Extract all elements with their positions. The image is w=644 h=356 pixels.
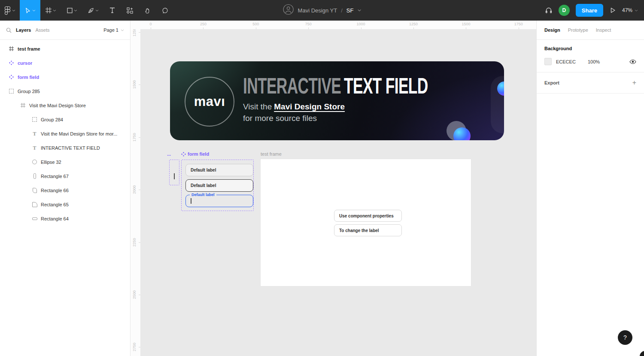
ruler-top: 02505007501000125015001750 — [130, 21, 537, 29]
banner-title: INTERACTIVETEXT FIELD — [243, 74, 428, 97]
ruler-tick — [139, 32, 140, 33]
layer-row[interactable]: form field — [0, 70, 130, 84]
store-link[interactable]: Mavi Design Store — [274, 102, 345, 111]
add-export-icon[interactable]: + — [632, 79, 636, 86]
chevron-down-icon — [53, 9, 56, 12]
comment-icon — [162, 7, 168, 14]
layer-name: Visit the Mavi Design Store for mor... — [41, 131, 117, 136]
layer-row[interactable]: TVisit the Mavi Design Store for mor... — [0, 127, 130, 141]
component-icon — [9, 75, 14, 79]
tab-prototype[interactable]: Prototype — [568, 27, 588, 33]
visibility-eye-icon[interactable] — [629, 59, 636, 64]
form-field-active-variant[interactable]: Default label — [185, 179, 253, 192]
layer-name: Visit the Mavi Design Store — [29, 103, 86, 108]
zoom-control[interactable]: 47% — [622, 7, 638, 13]
field-label: Default label — [191, 168, 216, 172]
left-sidebar: Layers Assets Page 1 test framecursorfor… — [0, 21, 131, 356]
layer-row[interactable]: Group 284 — [0, 112, 130, 127]
shape-tool-button[interactable] — [61, 0, 82, 21]
layer-row[interactable]: Visit the Mavi Design Store — [0, 98, 130, 112]
ruler-tick — [139, 295, 140, 295]
comment-tool-button[interactable] — [156, 0, 174, 21]
test-frame[interactable]: Use component properties To change the l… — [261, 159, 471, 286]
test-frame-field-1[interactable]: Use component properties — [334, 210, 402, 222]
tool-group — [0, 0, 174, 21]
layer-row[interactable]: TINTERACTIVE TEXT FIELD — [0, 141, 130, 155]
search-icon[interactable] — [6, 27, 12, 33]
layer-row[interactable]: Group 285 — [0, 84, 130, 98]
tab-assets[interactable]: Assets — [35, 27, 49, 33]
layer-name: Group 284 — [41, 117, 63, 122]
zoom-level: 47% — [622, 7, 632, 13]
chevron-down-icon — [74, 9, 77, 12]
cursor-component[interactable] — [169, 160, 179, 185]
background-section-title: Background — [544, 46, 636, 51]
ruler-tick — [256, 27, 256, 29]
layer-row[interactable]: Rectangle 65 — [0, 197, 130, 211]
color-swatch[interactable] — [544, 58, 552, 65]
ruler-tick-label: 1000 — [357, 22, 365, 26]
test-frame-field-2[interactable]: To change the label — [334, 224, 402, 236]
ruler-tick-label: 1750 — [132, 133, 137, 142]
form-field-default-variant[interactable]: Default label — [185, 164, 253, 176]
test-frame-label[interactable]: test frame — [261, 151, 282, 157]
ruler-tick-label: 2750 — [132, 343, 137, 351]
pen-tool-button[interactable] — [82, 0, 103, 21]
present-play-icon[interactable] — [609, 7, 616, 14]
share-button[interactable]: Share — [576, 4, 603, 17]
layer-row[interactable]: test frame — [0, 42, 130, 56]
tab-design[interactable]: Design — [544, 27, 560, 33]
form-field-component-set[interactable]: Default label Default label Default labe… — [181, 160, 254, 211]
background-opacity-value[interactable]: 100% — [588, 59, 600, 64]
ruler-tick — [203, 27, 204, 29]
cursor-component-label[interactable]: ... — [167, 151, 171, 157]
field-label: Default label — [191, 183, 216, 188]
file-name: SF — [346, 7, 354, 14]
form-field-component-label[interactable]: form field — [181, 151, 209, 157]
ruler-tick — [139, 242, 140, 243]
rect64-icon — [32, 217, 37, 220]
background-hex-value[interactable]: ECECEC — [556, 59, 583, 64]
ruler-tick-label: 2250 — [132, 238, 137, 247]
ruler-tick-label: 1750 — [514, 22, 523, 26]
ruler-tick-label: 2000 — [132, 185, 137, 194]
canvas[interactable]: 1250150017502000225025002750 02505007501… — [130, 21, 537, 356]
ruler-tick-label: 1250 — [409, 22, 418, 26]
layer-row[interactable]: Rectangle 66 — [0, 183, 130, 197]
figma-menu-button[interactable] — [0, 0, 20, 21]
move-tool-button[interactable] — [20, 0, 40, 21]
export-section-title: Export — [544, 80, 559, 85]
component-icon — [9, 60, 14, 65]
cursor-component-label-text: ... — [167, 151, 171, 157]
form-field-component-label-text: form field — [188, 151, 209, 157]
chevron-down-icon — [121, 29, 124, 31]
banner-title-bright: TEXT FIELD — [344, 73, 428, 98]
file-title[interactable]: Mavi Design YT / SF — [283, 0, 361, 21]
ruler-tick — [308, 27, 309, 29]
gradient-sphere-bottom — [453, 127, 471, 140]
help-button[interactable]: ? — [618, 330, 632, 345]
tab-layers[interactable]: Layers — [16, 27, 31, 33]
audio-headphones-icon[interactable] — [545, 6, 553, 14]
layer-row[interactable]: Rectangle 67 — [0, 169, 130, 183]
layer-name: Group 285 — [18, 89, 40, 94]
page-selector[interactable]: Page 1 — [103, 27, 124, 33]
frame-tool-button[interactable] — [40, 0, 61, 21]
form-field-focused-variant[interactable]: Default label — [185, 195, 253, 207]
tab-inspect[interactable]: Inspect — [596, 27, 611, 33]
toolbar-right: D Share 47% — [545, 0, 644, 21]
move-cursor-icon — [24, 7, 31, 14]
layers-panel-header: Layers Assets Page 1 — [0, 21, 130, 40]
hand-tool-button[interactable] — [139, 0, 156, 21]
project-name: Mavi Design YT — [298, 7, 337, 14]
text-tool-button[interactable] — [103, 0, 121, 21]
banner-group[interactable]: mavı INTERACTIVETEXT FIELD Visit theMavi… — [170, 61, 504, 140]
ruler-tick — [466, 27, 466, 29]
layer-row[interactable]: Rectangle 64 — [0, 211, 130, 226]
frame-icon — [9, 46, 14, 51]
layer-row[interactable]: cursor — [0, 56, 130, 70]
current-user-avatar[interactable]: D — [559, 5, 570, 16]
resources-tool-button[interactable] — [121, 0, 139, 21]
layer-row[interactable]: Ellipse 32 — [0, 155, 130, 169]
background-color-row: ECECEC 100% — [544, 58, 636, 65]
